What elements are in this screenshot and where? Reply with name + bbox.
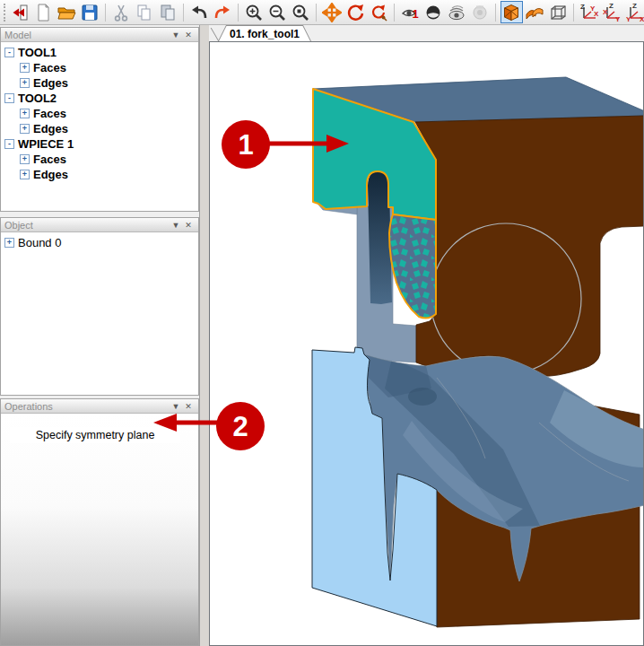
rotate-button[interactable]	[344, 1, 367, 23]
tree-item-label: Edges	[33, 168, 68, 181]
toolbar-separator	[316, 4, 317, 22]
cut-icon	[111, 3, 131, 22]
tree-item-label: Faces	[33, 107, 66, 120]
toolbar-separator	[573, 4, 574, 22]
tree-item-wpiece-1[interactable]: -WPIECE 1	[1, 136, 198, 152]
undo-button[interactable]	[188, 1, 211, 23]
tree-item-edges[interactable]: +Edges	[1, 121, 198, 136]
collapse-icon[interactable]: -	[4, 139, 14, 149]
operations-panel: Operations ▼ ✕ Specify symmetry plane	[0, 398, 199, 646]
svg-text:Z: Z	[580, 3, 585, 11]
tree-item-label: Faces	[33, 61, 66, 74]
expand-icon[interactable]: +	[20, 109, 30, 118]
object-panel: Object ▼ ✕ +Bound 0	[0, 217, 199, 396]
axis-view-3-button[interactable]: ZYX	[625, 1, 644, 23]
axis-view-2-icon: ZXY	[603, 3, 622, 22]
cut-button[interactable]	[110, 1, 133, 23]
new-document-icon	[33, 3, 53, 22]
operations-body: Specify symmetry plane	[1, 414, 198, 645]
tree-item-tool1[interactable]: -TOOL1	[1, 45, 198, 60]
visibility-disabled-icon	[470, 3, 490, 22]
tab-fork-tool1[interactable]: 01. fork_tool1	[218, 25, 311, 41]
exit-icon	[10, 3, 30, 22]
operations-panel-header: Operations ▼ ✕	[1, 399, 198, 414]
zoom-in-button[interactable]	[243, 1, 265, 23]
close-icon[interactable]: ✕	[182, 219, 195, 231]
paste-button[interactable]	[157, 1, 179, 23]
close-icon[interactable]: ✕	[182, 29, 195, 41]
rotate-pinned-icon	[369, 3, 388, 22]
expand-icon[interactable]: +	[20, 63, 30, 73]
tree-item-label: Bound 0	[18, 236, 61, 249]
wireframe-view-icon	[548, 3, 568, 22]
wireframe-view-button[interactable]	[547, 1, 570, 23]
main-toolbar: 1ZYXZXYZYXZYXYXZ	[0, 0, 644, 25]
rotate-pinned-button[interactable]	[368, 1, 390, 23]
visibility-sphere-icon	[423, 3, 443, 22]
tree-item-edges[interactable]: +Edges	[1, 75, 198, 91]
surfaces-view-button[interactable]	[524, 1, 546, 23]
svg-text:X: X	[603, 8, 608, 16]
pan-icon	[322, 3, 342, 22]
tree-item-bound-0[interactable]: +Bound 0	[1, 235, 198, 250]
copy-button[interactable]	[134, 1, 156, 23]
visibility-layers-button[interactable]	[446, 1, 468, 23]
sectioned-mesh-region[interactable]	[389, 214, 436, 318]
expand-icon[interactable]: +	[20, 154, 30, 164]
tree-item-tool2[interactable]: -TOOL2	[1, 91, 198, 106]
axis-view-2-button[interactable]: ZXY	[602, 1, 624, 23]
zoom-window-button[interactable]	[290, 1, 312, 23]
operations-panel-title: Operations	[4, 401, 170, 412]
model-panel: Model ▼ ✕ -TOOL1+Faces+Edges-TOOL2+Faces…	[0, 27, 199, 212]
sidebar-splitter[interactable]	[199, 25, 209, 646]
axis-view-1-button[interactable]: ZYX	[579, 1, 601, 23]
previous-tab-edge	[211, 28, 220, 41]
visibility-disabled-button[interactable]	[469, 1, 492, 23]
open-file-button[interactable]	[56, 1, 78, 23]
collapse-icon[interactable]: -	[4, 48, 14, 57]
svg-text:Y: Y	[615, 15, 621, 22]
expand-icon[interactable]: +	[20, 78, 30, 88]
operation-item-specify-symmetry-plane[interactable]: Specify symmetry plane	[10, 427, 180, 443]
visibility-sphere-button[interactable]	[422, 1, 445, 23]
toolbar-separator	[183, 4, 184, 22]
close-icon[interactable]: ✕	[182, 400, 195, 413]
chevron-down-icon[interactable]: ▼	[170, 400, 182, 413]
new-document-button[interactable]	[32, 1, 55, 23]
tool1-side-face[interactable]	[415, 116, 644, 376]
svg-text:Z: Z	[609, 3, 614, 10]
exit-button[interactable]	[9, 1, 31, 23]
expand-icon[interactable]: +	[4, 238, 14, 248]
toolbar-separator	[495, 4, 496, 22]
visibility-1-button[interactable]: 1	[399, 1, 422, 23]
tree-item-faces[interactable]: +Faces	[1, 106, 198, 121]
redo-button[interactable]	[212, 1, 234, 23]
tree-item-label: Faces	[33, 153, 66, 166]
tree-item-faces[interactable]: +Faces	[1, 60, 198, 75]
viewport-tab-bar: 01. fork_tool1	[209, 25, 644, 41]
redo-icon	[213, 3, 232, 22]
save-icon	[80, 3, 100, 22]
axis-view-3-icon: ZYX	[626, 3, 644, 22]
expand-icon[interactable]: +	[20, 170, 30, 179]
chevron-down-icon[interactable]: ▼	[170, 29, 182, 41]
tree-item-label: TOOL2	[18, 92, 57, 105]
tree-item-label: Edges	[33, 122, 68, 135]
toolbar-grip[interactable]	[4, 4, 5, 22]
tree-item-edges[interactable]: +Edges	[1, 167, 198, 182]
pan-button[interactable]	[321, 1, 344, 23]
viewport-3d[interactable]	[209, 41, 644, 646]
shaded-view-button[interactable]	[500, 1, 523, 23]
expand-icon[interactable]: +	[20, 124, 30, 134]
zoom-in-icon	[244, 3, 264, 22]
zoom-out-button[interactable]	[266, 1, 289, 23]
tree-item-faces[interactable]: +Faces	[1, 152, 198, 167]
zoom-window-icon	[291, 3, 310, 22]
save-button[interactable]	[79, 1, 101, 23]
model-tree: -TOOL1+Faces+Edges-TOOL2+Faces+Edges-WPI…	[1, 42, 198, 211]
tree-item-label: WPIECE 1	[18, 137, 74, 151]
shaded-view-icon	[501, 3, 521, 22]
chevron-down-icon[interactable]: ▼	[170, 219, 182, 231]
tree-item-label: Edges	[33, 76, 68, 90]
collapse-icon[interactable]: -	[4, 93, 14, 103]
